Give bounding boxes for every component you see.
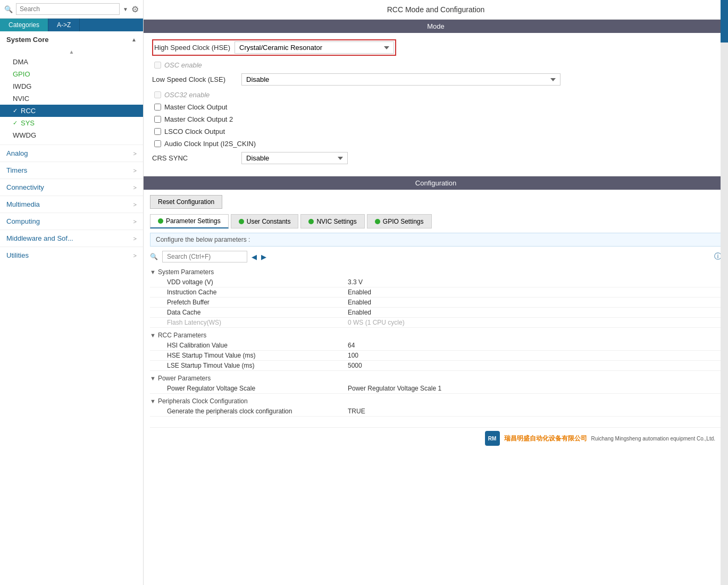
hse-startup-name: HSE Startup Timout Value (ms) [167, 352, 348, 359]
lsco-checkbox[interactable] [154, 128, 161, 135]
scrollbar-track[interactable] [721, 0, 728, 585]
vdd-voltage-row: VDD voltage (V) 3.3 V [150, 277, 722, 287]
prev-result-icon[interactable]: ◀ [252, 253, 257, 261]
rcc-params-header[interactable]: ▼ RCC Parameters [150, 330, 722, 341]
multimedia-category[interactable]: Multimedia > [0, 196, 143, 213]
power-params-header[interactable]: ▼ Power Parameters [150, 373, 722, 384]
middleware-category[interactable]: Middleware and Sof... > [0, 230, 143, 247]
rcc-check-icon: ✓ [13, 107, 18, 114]
system-core-chevron: ▲ [131, 37, 137, 43]
sidebar-item-nvic[interactable]: NVIC [0, 92, 143, 105]
peripherals-clock-section: ▼ Peripherals Clock Configuration Genera… [150, 396, 722, 417]
peripherals-clock-expand-icon: ▼ [150, 398, 156, 404]
osc32-enable-checkbox[interactable] [154, 91, 161, 98]
vdd-voltage-name: VDD voltage (V) [167, 278, 348, 286]
system-params-header[interactable]: ▼ System Parameters [150, 267, 722, 277]
sidebar-item-rcc[interactable]: ✓ RCC [0, 105, 143, 117]
lse-startup-value: 5000 [348, 362, 722, 369]
crs-sync-select[interactable]: Disable [241, 152, 348, 164]
master-clock-checkbox[interactable] [154, 104, 161, 111]
lsco-label: LSCO Clock Output [164, 128, 225, 135]
sidebar-item-dma[interactable]: DMA [0, 56, 143, 68]
system-params-section: ▼ System Parameters VDD voltage (V) 3.3 … [150, 267, 722, 328]
utilities-category[interactable]: Utilities > [0, 247, 143, 264]
system-core-group[interactable]: System Core ▲ [0, 31, 143, 48]
hse-startup-row: HSE Startup Timout Value (ms) 100 [150, 351, 722, 361]
tab-user-constants[interactable]: User Constants [231, 214, 299, 228]
master-clock2-label: Master Clock Output 2 [164, 115, 233, 123]
power-regulator-name: Power Regulator Voltage Scale [167, 385, 348, 392]
lse-select[interactable]: Disable [241, 73, 560, 86]
timers-category[interactable]: Timers > [0, 162, 143, 179]
connectivity-category[interactable]: Connectivity > [0, 179, 143, 196]
analog-label: Analog [6, 149, 28, 157]
rcc-params-expand-icon: ▼ [150, 332, 156, 338]
mode-content: High Speed Clock (HSE) Crystal/Ceramic R… [144, 33, 728, 176]
system-params-expand-icon: ▼ [150, 269, 156, 275]
data-cache-value: Enabled [348, 309, 722, 316]
hsi-calibration-value: 64 [348, 342, 722, 349]
param-settings-label: Parameter Settings [166, 217, 221, 225]
timers-label: Timers [6, 166, 27, 174]
osc32-enable-label: OSC32 enable [164, 91, 210, 99]
next-result-icon[interactable]: ▶ [261, 253, 266, 261]
scrollbar-thumb[interactable] [721, 0, 728, 43]
hse-row: High Speed Clock (HSE) Crystal/Ceramic R… [152, 39, 719, 56]
lse-startup-row: LSE Startup Timout Value (ms) 5000 [150, 361, 722, 371]
tab-nvic-settings[interactable]: NVIC Settings [300, 214, 364, 228]
osc-enable-checkbox[interactable] [154, 62, 161, 69]
computing-arrow-icon: > [133, 218, 137, 225]
hse-select[interactable]: Crystal/Ceramic Resonator [235, 41, 394, 54]
power-regulator-value: Power Regulator Voltage Scale 1 [348, 385, 722, 392]
sidebar-search-input[interactable] [16, 3, 120, 15]
param-search-input[interactable] [162, 251, 247, 262]
master-clock2-row: Master Clock Output 2 [154, 115, 719, 123]
data-cache-row: Data Cache Enabled [150, 308, 722, 318]
tab-parameter-settings[interactable]: Parameter Settings [150, 214, 229, 228]
tab-categories[interactable]: Categories [0, 19, 48, 31]
nvic-settings-label: NVIC Settings [316, 218, 356, 225]
config-section-header: Configuration [144, 176, 728, 190]
param-search-row: 🔍 ◀ ▶ ⓘ [150, 251, 722, 262]
rcc-label: RCC [21, 107, 36, 115]
sidebar-item-iwdg[interactable]: IWDG [0, 80, 143, 92]
nvic-settings-dot [308, 219, 314, 224]
computing-category[interactable]: Computing > [0, 213, 143, 230]
gpio-settings-label: GPIO Settings [383, 218, 424, 225]
gear-icon[interactable]: ⚙ [131, 4, 139, 14]
reset-configuration-button[interactable]: Reset Configuration [150, 195, 222, 209]
sidebar: 🔍 ▼ ⚙ Categories A->Z System Core ▲ ▲ DM… [0, 0, 144, 585]
generate-peripherals-name: Generate the peripherals clock configura… [167, 408, 348, 415]
tab-atoz[interactable]: A->Z [48, 19, 80, 31]
user-constants-label: User Constants [247, 218, 291, 225]
param-search-icon: 🔍 [150, 253, 158, 260]
mode-section-header: Mode [144, 20, 728, 33]
audio-clock-row: Audio Clock Input (I2S_CKIN) [154, 140, 719, 148]
sidebar-item-sys[interactable]: ✓ SYS [0, 117, 143, 129]
master-clock2-checkbox[interactable] [154, 116, 161, 123]
sidebar-item-gpio[interactable]: GPIO [0, 68, 143, 80]
sidebar-item-wwdg[interactable]: WWDG [0, 129, 143, 141]
middleware-arrow-icon: > [133, 235, 137, 242]
tab-gpio-settings[interactable]: GPIO Settings [367, 214, 432, 228]
middleware-label: Middleware and Sof... [6, 234, 73, 242]
config-content: Reset Configuration Parameter Settings U… [144, 190, 728, 585]
analog-category[interactable]: Analog > [0, 145, 143, 162]
config-info-bar: Configure the below parameters : [150, 233, 722, 247]
crs-sync-label: CRS SYNC [152, 154, 237, 162]
osc-enable-label: OSC enable [164, 61, 202, 69]
flash-latency-value: 0 WS (1 CPU cycle) [348, 319, 722, 326]
instruction-cache-row: Instruction Cache Enabled [150, 287, 722, 298]
iwdg-label: IWDG [13, 82, 31, 90]
utilities-arrow-icon: > [133, 252, 137, 259]
search-icon: 🔍 [4, 5, 13, 13]
instruction-cache-value: Enabled [348, 289, 722, 296]
master-clock-row: Master Clock Output [154, 103, 719, 111]
prefetch-buffer-name: Prefetch Buffer [167, 299, 348, 306]
peripherals-clock-header[interactable]: ▼ Peripherals Clock Configuration [150, 396, 722, 406]
instruction-cache-name: Instruction Cache [167, 289, 348, 296]
audio-clock-label: Audio Clock Input (I2S_CKIN) [164, 140, 256, 148]
audio-clock-checkbox[interactable] [154, 140, 161, 147]
sidebar-content: System Core ▲ ▲ DMA GPIO IWDG NVIC ✓ RCC… [0, 31, 143, 585]
hsi-calibration-row: HSI Calibration Value 64 [150, 341, 722, 351]
